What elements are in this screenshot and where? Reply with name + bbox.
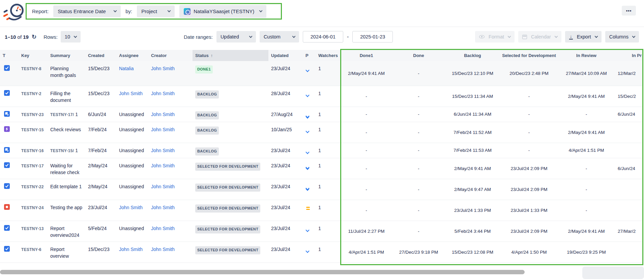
column-header-watchers[interactable]: Watchers xyxy=(316,50,340,61)
chevron-down-icon xyxy=(632,34,636,38)
linked-issue-key: TESTNY-15/ xyxy=(50,148,74,153)
column-header-updated[interactable]: Updated xyxy=(268,50,303,61)
status-date-in-pr: 6/Jun/24 xyxy=(615,107,642,122)
column-header-label: Done1 xyxy=(360,53,373,58)
status-badge: BACKLOG xyxy=(195,147,219,156)
project-select[interactable]: NataliaYSaasjet (TESTNY) xyxy=(179,5,266,18)
issue-summary[interactable]: Edit template 1 xyxy=(48,179,85,200)
issue-key: TESTNY-24 xyxy=(19,200,48,221)
assignee-cell: John Smith xyxy=(116,200,148,221)
assignee-link[interactable]: Natalia xyxy=(119,66,134,71)
columns-button[interactable]: Columns xyxy=(605,31,639,43)
table-row: TESTNY-8Planning month goals15/Dec/23Nat… xyxy=(0,61,642,86)
column-header-assignee[interactable]: Assignee xyxy=(116,50,148,61)
status-date-in-pr: 15/Dec/2 xyxy=(615,86,642,107)
column-header-label: Status xyxy=(195,53,209,58)
issue-summary[interactable]: Testing the app xyxy=(48,200,85,221)
issue-summary[interactable]: TESTNY-17/ 1 xyxy=(48,107,85,122)
column-header-label: Backlog xyxy=(464,53,481,58)
rows-per-page-select[interactable]: 10 xyxy=(61,31,81,43)
status-date-in-review: - xyxy=(558,107,615,122)
assignee-link[interactable]: John Smith xyxy=(119,205,143,210)
report-type-select[interactable]: Status Entrance Date xyxy=(53,5,121,17)
column-header-selected-for-development[interactable]: Selected for Development xyxy=(500,50,558,61)
status-date-done: - xyxy=(392,179,445,200)
priority-cell xyxy=(303,242,316,262)
assignee-cell: John Smith xyxy=(116,242,148,262)
column-header-creator[interactable]: Creator xyxy=(148,50,193,61)
issue-type-task-icon xyxy=(4,65,10,71)
creator-link[interactable]: John Smith xyxy=(151,163,175,168)
watchers-count: 1 xyxy=(316,200,340,221)
date-range-group: Date ranges: Updated Custom - xyxy=(184,31,393,43)
issue-summary[interactable]: Filling the document xyxy=(48,86,85,107)
more-menu-button[interactable]: ••• xyxy=(622,6,636,16)
creator-cell: John Smith xyxy=(148,122,193,143)
column-header-status[interactable]: Status↑ xyxy=(193,50,268,61)
creator-link[interactable]: John Smith xyxy=(151,247,175,252)
column-header-p[interactable]: P xyxy=(303,50,316,61)
created-date: 23/Jul/24 xyxy=(85,200,116,221)
date-from-input[interactable] xyxy=(303,31,343,43)
status-date-done1: 11/Jul/24 2:27 PM xyxy=(340,221,392,242)
status-date-backlog: 5/Feb/24 3:44 PM xyxy=(445,221,500,242)
column-header-in-pr[interactable]: In Pr xyxy=(615,50,642,61)
column-header-backlog[interactable]: Backlog xyxy=(445,50,500,61)
creator-cell: John Smith xyxy=(148,86,193,107)
date-to-input[interactable] xyxy=(352,31,393,43)
column-header-label: In Review xyxy=(576,53,596,58)
column-header-done[interactable]: Done xyxy=(392,50,445,61)
column-header-in-review[interactable]: In Review xyxy=(558,50,615,61)
calendar-label: Calendar xyxy=(531,34,551,39)
assignee-link[interactable]: John Smith xyxy=(119,91,143,96)
chevron-down-icon xyxy=(249,34,252,38)
issue-type-task-icon xyxy=(4,225,10,231)
issue-summary[interactable]: Planning month goals xyxy=(48,61,85,86)
creator-link[interactable]: John Smith xyxy=(151,205,175,210)
horizontal-scrollbar[interactable] xyxy=(0,270,525,274)
creator-link[interactable]: John Smith xyxy=(151,91,175,96)
updated-date: 23/Jul/24 xyxy=(268,242,303,262)
column-header-label: P xyxy=(305,53,309,58)
status-date-in-pr xyxy=(615,200,642,221)
column-header-key[interactable]: Key xyxy=(19,50,48,61)
creator-link[interactable]: John Smith xyxy=(151,148,175,153)
column-header-summary[interactable]: Summary xyxy=(48,50,85,61)
status-date-in-pr xyxy=(615,179,642,200)
updated-date: 23/Jul/24 xyxy=(268,158,303,179)
issue-key: TESTNY-15 xyxy=(19,122,48,143)
status-date-backlog: 15/Dec/23 12:10 PM xyxy=(445,61,500,86)
table-row: TESTNY-24Testing the app23/Jul/24John Sm… xyxy=(0,200,642,221)
issue-summary[interactable]: Report overview2024 xyxy=(48,221,85,242)
watchers-count: 1 xyxy=(316,61,340,86)
project-avatar xyxy=(184,8,191,15)
issue-type-cell xyxy=(0,242,19,262)
column-header-done1[interactable]: Done1 xyxy=(340,50,392,61)
created-date: 7/Feb/24 xyxy=(85,143,116,158)
group-by-select[interactable]: Project xyxy=(137,5,175,17)
creator-link[interactable]: John Smith xyxy=(151,66,175,71)
creator-link[interactable]: John Smith xyxy=(151,226,175,231)
status-date-done1: - xyxy=(340,200,392,221)
pagination-range: 1–10 xyxy=(5,34,16,40)
watchers-count: 1 xyxy=(316,158,340,179)
creator-link[interactable]: John Smith xyxy=(151,112,175,117)
status-date-backlog: 15/Dec/23 12:08 PM xyxy=(445,242,500,262)
refresh-icon[interactable]: ↻ xyxy=(32,34,36,40)
assignee-link: Unassigned xyxy=(119,148,144,153)
assignee-link[interactable]: John Smith xyxy=(119,247,143,252)
column-header-t[interactable]: T xyxy=(0,50,19,61)
issue-summary[interactable]: Report overview xyxy=(48,242,85,262)
creator-link[interactable]: John Smith xyxy=(151,127,175,132)
issue-summary[interactable]: Check reviews xyxy=(48,122,85,143)
date-mode-select[interactable]: Custom xyxy=(260,31,299,43)
date-field-select[interactable]: Updated xyxy=(216,31,256,43)
issue-summary[interactable]: Waiting for release check xyxy=(48,158,85,179)
creator-link[interactable]: John Smith xyxy=(151,184,175,189)
column-header-created[interactable]: Created xyxy=(85,50,116,61)
export-button[interactable]: ↓ Export xyxy=(565,31,602,43)
created-date: 15/Dec/23 xyxy=(85,242,116,262)
created-date: 2/May/24 xyxy=(85,158,116,179)
issue-summary[interactable]: TESTNY-15/ 1 xyxy=(48,143,85,158)
date-range-separator: - xyxy=(347,34,349,40)
